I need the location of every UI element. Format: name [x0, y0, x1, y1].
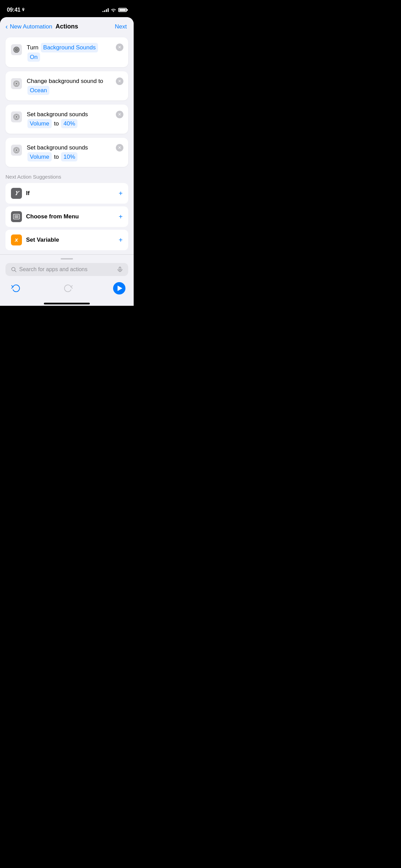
undo-icon	[11, 284, 21, 293]
suggestion-if-plus[interactable]: +	[119, 190, 123, 197]
action-icon-1	[10, 44, 23, 56]
action-tag-volume-4[interactable]: Volume	[27, 152, 52, 162]
svg-point-1	[15, 49, 17, 50]
svg-rect-22	[119, 267, 121, 270]
search-placeholder: Search for apps and actions	[19, 266, 114, 273]
action-dismiss-2[interactable]	[116, 77, 123, 85]
status-bar: 09:41	[0, 0, 134, 17]
settings-icon-1	[11, 44, 22, 55]
suggestions-title: Next Action Suggestions	[5, 174, 128, 180]
action-text-to-3: to	[54, 120, 60, 127]
battery-icon	[118, 8, 127, 12]
action-dismiss-4[interactable]	[116, 144, 123, 152]
suggestions-section: Next Action Suggestions 𝑌 If + Choose fr…	[0, 171, 134, 254]
suggestion-variable-plus[interactable]: +	[119, 236, 123, 244]
menu-icon	[11, 211, 22, 222]
search-bar[interactable]: Search for apps and actions	[5, 263, 128, 276]
signal-strength	[102, 8, 109, 12]
home-indicator	[44, 303, 90, 304]
action-icon-3	[10, 111, 23, 123]
action-dismiss-3[interactable]	[116, 111, 123, 118]
if-icon: 𝑌	[11, 188, 22, 199]
play-triangle-icon	[118, 286, 122, 291]
suggestion-variable-label: Set Variable	[26, 237, 114, 243]
location-icon	[22, 8, 25, 12]
settings-icon-2	[11, 78, 22, 89]
suggestion-if-label: If	[26, 190, 114, 197]
action-tag-background-sounds[interactable]: Background Sounds	[41, 43, 98, 52]
bottom-panel: Search for apps and actions	[0, 254, 134, 300]
action-icon-2	[10, 77, 23, 90]
mic-icon[interactable]	[117, 267, 123, 272]
action-text-set-3: Set background sounds	[27, 111, 88, 118]
action-content-2: Change background sound to Ocean	[27, 77, 112, 95]
action-tag-40[interactable]: 40%	[61, 119, 77, 129]
action-tag-ocean[interactable]: Ocean	[27, 86, 49, 95]
play-button[interactable]	[113, 282, 125, 294]
search-icon	[11, 267, 16, 272]
nav-title: Actions	[56, 23, 78, 30]
redo-icon	[63, 284, 73, 293]
action-text-set-4: Set background sounds	[27, 144, 88, 151]
action-tag-volume-3[interactable]: Volume	[27, 119, 52, 129]
drag-handle	[61, 258, 73, 260]
svg-point-13	[15, 149, 17, 151]
settings-icon-3	[11, 111, 22, 122]
main-content: ‹ New Automation Actions Next Turn Backg…	[0, 17, 134, 306]
wifi-icon	[111, 8, 116, 12]
action-card-1: Turn Background Sounds On	[5, 37, 128, 67]
undo-button[interactable]	[8, 281, 23, 296]
svg-line-21	[15, 270, 16, 272]
action-dismiss-1[interactable]	[116, 44, 123, 51]
action-text-to-4: to	[54, 154, 60, 160]
redo-button[interactable]	[61, 281, 76, 296]
action-tag-on[interactable]: On	[27, 52, 40, 62]
action-content-4: Set background sounds Volume to 10%	[27, 143, 112, 161]
action-card-3: Set background sounds Volume to 40%	[5, 105, 128, 134]
svg-point-9	[15, 116, 17, 118]
action-content-1: Turn Background Sounds On	[27, 43, 112, 62]
svg-point-5	[15, 83, 17, 84]
status-icons	[102, 8, 127, 12]
variable-icon: x	[11, 234, 22, 245]
action-content-3: Set background sounds Volume to 40%	[27, 110, 112, 128]
nav-back-label: New Automation	[10, 23, 52, 30]
back-arrow-icon: ‹	[5, 23, 8, 31]
suggestion-menu[interactable]: Choose from Menu +	[5, 206, 128, 227]
settings-icon-4	[11, 145, 22, 156]
action-text-turn: Turn	[27, 44, 40, 51]
suggestion-menu-label: Choose from Menu	[26, 213, 114, 220]
action-text-change: Change background sound to	[27, 78, 103, 84]
suggestion-menu-plus[interactable]: +	[119, 213, 123, 221]
suggestion-variable[interactable]: x Set Variable +	[5, 230, 128, 250]
action-card-2: Change background sound to Ocean	[5, 71, 128, 100]
action-card-4: Set background sounds Volume to 10%	[5, 138, 128, 167]
nav-next-button[interactable]: Next	[115, 23, 127, 30]
nav-back-button[interactable]: ‹ New Automation	[5, 23, 52, 31]
status-time: 09:41	[7, 7, 25, 13]
action-icon-4	[10, 144, 23, 156]
suggestion-if[interactable]: 𝑌 If +	[5, 183, 128, 204]
nav-bar: ‹ New Automation Actions Next	[0, 17, 134, 33]
action-tag-10[interactable]: 10%	[61, 152, 77, 162]
actions-list: Turn Background Sounds On Change backgro…	[0, 33, 134, 171]
toolbar	[5, 279, 128, 297]
